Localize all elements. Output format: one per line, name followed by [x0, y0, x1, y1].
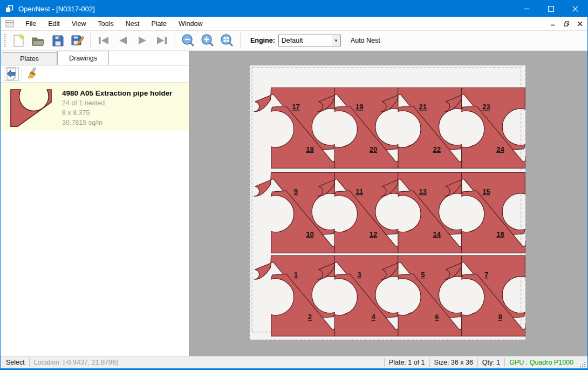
app-icon: [5, 4, 13, 13]
status-separator: [29, 358, 30, 367]
status-mode: Select: [6, 359, 25, 366]
part-number-label: 12: [370, 230, 377, 238]
toolbar-separator: [175, 33, 175, 48]
mdi-minimize-icon[interactable]: [547, 18, 559, 29]
nest-drawing[interactable]: 171819202122232491011121314151612345678: [189, 51, 587, 356]
maximize-icon[interactable]: [539, 1, 563, 17]
part-number-label: 2: [308, 313, 312, 321]
mdi-restore-icon[interactable]: [560, 18, 572, 29]
tab-plates[interactable]: Plates: [2, 52, 57, 65]
part-number-label: 22: [433, 145, 441, 153]
menu-window[interactable]: Window: [173, 17, 208, 30]
window-title: OpenNest - [N0317-002]: [18, 5, 95, 13]
part-number-label: 13: [419, 187, 427, 196]
part-number-label: 3: [358, 271, 361, 279]
status-location: Location: [-0.9437, 21.8796]: [34, 359, 118, 366]
mdi-close-icon[interactable]: [574, 18, 586, 29]
drawing-item-text: 4980 A05 Extraction pipe holder 24 of 1 …: [62, 88, 172, 126]
first-plate-icon[interactable]: [94, 32, 113, 49]
drawing-title: 4980 A05 Extraction pipe holder: [62, 89, 172, 97]
next-plate-icon[interactable]: [133, 32, 152, 49]
status-gpu: GPU : Quadro P1000: [509, 359, 573, 366]
toolbar-separator: [240, 33, 241, 48]
import-drawing-icon[interactable]: [4, 67, 19, 81]
minimize-icon[interactable]: [515, 1, 539, 17]
zoom-in-icon[interactable]: [198, 32, 217, 49]
new-document-icon[interactable]: [9, 32, 29, 49]
status-qty: Qty: 1: [482, 359, 500, 366]
part-number-label: 24: [496, 145, 504, 153]
resize-grip[interactable]: [578, 360, 586, 368]
tab-strip: Plates Drawings: [1, 51, 189, 65]
tab-drawings[interactable]: Drawings: [57, 51, 109, 65]
drawing-area: 30.7815 sq/in: [62, 119, 172, 126]
drawing-nested-count: 24 of 1 nested: [62, 99, 172, 107]
zoom-out-icon[interactable]: [179, 32, 198, 49]
part-number-label: 9: [294, 187, 298, 196]
part-number-label: 1: [294, 271, 298, 279]
menu-view[interactable]: View: [66, 17, 92, 30]
main-area: Plates Drawings: [1, 51, 587, 356]
toolbar-separator: [90, 33, 91, 48]
clear-broom-icon[interactable]: [25, 67, 40, 81]
chevron-down-icon[interactable]: ▼: [332, 35, 340, 46]
part-number-label: 5: [421, 271, 425, 279]
part-number-label: 20: [370, 145, 377, 153]
save-as-icon[interactable]: [67, 32, 87, 49]
mdi-child-icon: [5, 20, 14, 28]
menu-bar: File Edit View Tools Nest Plate Window: [1, 17, 587, 31]
status-separator: [384, 358, 385, 367]
menu-nest[interactable]: Nest: [120, 17, 146, 30]
save-icon[interactable]: [48, 32, 67, 49]
side-panel: Plates Drawings: [1, 51, 189, 356]
status-separator: [504, 358, 505, 367]
panel-toolbar-separator: [22, 68, 22, 80]
part-number-label: 21: [419, 103, 427, 111]
close-icon[interactable]: [563, 1, 587, 17]
toolbar-grip: [4, 34, 6, 47]
part-number-label: 8: [498, 313, 502, 321]
open-icon[interactable]: [29, 32, 48, 49]
part-number-label: 14: [433, 230, 441, 238]
part-number-label: 23: [482, 103, 490, 111]
engine-select[interactable]: Default ▼: [278, 35, 341, 46]
nest-canvas[interactable]: 171819202122232491011121314151612345678: [189, 51, 587, 356]
part-number-label: 6: [435, 313, 439, 321]
engine-label: Engine:: [250, 37, 275, 44]
status-separator: [477, 358, 478, 367]
title-bar: OpenNest - [N0317-002]: [1, 1, 587, 17]
part-number-label: 10: [306, 230, 313, 238]
previous-plate-icon[interactable]: [113, 32, 133, 49]
toolbar: Engine: Default ▼ Auto Nest: [1, 31, 587, 51]
status-plate: Plate: 1 of 1: [389, 359, 425, 366]
part-number-label: 16: [496, 230, 504, 238]
part-number-label: 19: [355, 103, 363, 111]
drawings-toolbar: [1, 65, 189, 83]
part-number-label: 7: [484, 271, 488, 279]
menu-tools[interactable]: Tools: [92, 17, 120, 30]
menu-edit[interactable]: Edit: [42, 17, 66, 30]
drawing-list: 4980 A05 Extraction pipe holder 24 of 1 …: [1, 83, 189, 356]
engine-value: Default: [279, 37, 332, 44]
part-number-label: 15: [482, 187, 490, 196]
drawing-size: 8 x 8.375: [62, 109, 172, 117]
app-window: OpenNest - [N0317-002] File Edit View To…: [0, 0, 588, 370]
menu-plate[interactable]: Plate: [145, 17, 173, 30]
part-thumbnail: [6, 88, 56, 130]
status-separator: [429, 358, 430, 367]
status-bar: Select Location: [-0.9437, 21.8796] Plat…: [1, 356, 587, 368]
status-size: Size: 36 x 36: [434, 359, 473, 366]
zoom-extents-icon[interactable]: [217, 32, 237, 49]
part-number-label: 18: [306, 145, 313, 153]
menu-file[interactable]: File: [19, 17, 42, 30]
part-number-label: 4: [371, 313, 375, 321]
drawing-item-selected[interactable]: 4980 A05 Extraction pipe holder 24 of 1 …: [1, 83, 189, 131]
part-number-label: 17: [292, 103, 299, 111]
part-number-label: 11: [355, 187, 363, 196]
auto-nest-button[interactable]: Auto Nest: [347, 35, 384, 46]
last-plate-icon[interactable]: [152, 32, 172, 49]
